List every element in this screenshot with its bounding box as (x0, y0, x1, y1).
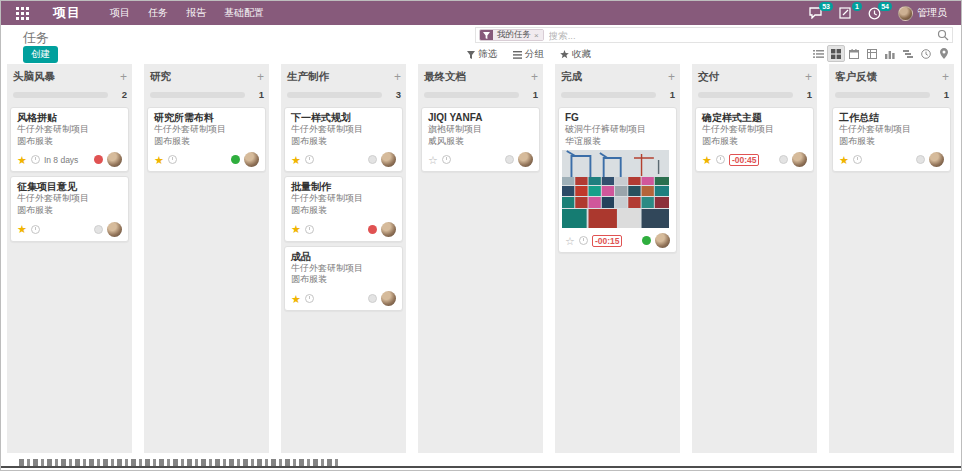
menu-configuration[interactable]: 基础配置 (224, 6, 264, 20)
menu-projects[interactable]: 项目 (110, 6, 130, 20)
activities-button[interactable]: 54 (868, 7, 881, 20)
assignee-avatar[interactable] (655, 233, 670, 248)
kanban-state-dot[interactable] (94, 225, 103, 234)
activity-clock-icon[interactable] (305, 294, 314, 303)
progress-bar[interactable] (424, 92, 519, 98)
add-card-button[interactable]: + (805, 72, 812, 82)
priority-star-icon[interactable]: ★ (291, 294, 301, 304)
card-partner: 威风服装 (428, 136, 533, 148)
add-card-button[interactable]: + (394, 72, 401, 82)
assignee-avatar[interactable] (792, 152, 807, 167)
kanban-card[interactable]: 征集项目意见牛仔外套研制项目圆布服装★ (10, 176, 129, 241)
view-map-button[interactable] (935, 45, 953, 62)
view-gantt-button[interactable] (899, 45, 917, 62)
view-calendar-button[interactable] (845, 45, 863, 62)
kanban-column-header: 客户反馈+ (829, 70, 954, 84)
kanban-card[interactable]: 批量制作牛仔外套研制项目圆布服装★ (284, 176, 403, 241)
search-facet[interactable]: 我的任务 × (479, 29, 544, 41)
assignee-avatar[interactable] (244, 152, 259, 167)
apps-menu-icon[interactable] (13, 6, 31, 20)
kanban-state-dot[interactable] (779, 155, 788, 164)
kanban-state-dot[interactable] (916, 155, 925, 164)
assignee-avatar[interactable] (381, 152, 396, 167)
progress-bar[interactable] (835, 92, 930, 98)
priority-star-icon[interactable]: ★ (839, 155, 849, 165)
assignee-avatar[interactable] (381, 291, 396, 306)
activity-clock-icon[interactable] (305, 225, 314, 234)
app-title[interactable]: 项目 (53, 4, 81, 22)
kanban-card[interactable]: 下一样式规划牛仔外套研制项目圆布服装★ (284, 107, 403, 172)
kanban-card[interactable]: FG破洞牛仔裤研制项目华谊服装 (558, 107, 677, 253)
kanban-card[interactable]: 研究所需布料牛仔外套研制项目圆布服装★ (147, 107, 266, 172)
kanban-column-count: 1 (670, 89, 675, 100)
kanban-card[interactable]: 工作总结牛仔外套研制项目圆布服装★ (832, 107, 951, 172)
search-input[interactable] (549, 30, 937, 41)
activity-clock-icon[interactable] (168, 155, 177, 164)
kanban-column: 完成+1FG破洞牛仔裤研制项目华谊服装 (555, 64, 680, 453)
kanban-state-dot[interactable] (368, 155, 377, 164)
view-graph-button[interactable] (881, 45, 899, 62)
add-card-button[interactable]: + (257, 72, 264, 82)
assignee-avatar[interactable] (929, 152, 944, 167)
priority-star-icon[interactable]: ☆ (565, 236, 575, 246)
assignee-avatar[interactable] (518, 152, 533, 167)
systray: 53 1 54 管理员 (809, 6, 953, 21)
kanban-card[interactable]: 风格拼贴牛仔外套研制项目圆布服装★In 8 days (10, 107, 129, 172)
add-card-button[interactable]: + (531, 72, 538, 82)
filters-button[interactable]: 筛选 (467, 48, 497, 61)
kanban-state-dot[interactable] (368, 294, 377, 303)
kanban-card[interactable]: 成品牛仔外套研制项目圆布服装★ (284, 246, 403, 311)
assignee-avatar[interactable] (107, 152, 122, 167)
priority-star-icon[interactable]: ★ (154, 155, 164, 165)
groupby-button[interactable]: 分组 (513, 48, 544, 61)
activity-clock-icon[interactable] (31, 225, 40, 234)
activity-clock-icon[interactable] (853, 155, 862, 164)
progress-bar[interactable] (561, 92, 656, 98)
view-pivot-button[interactable] (863, 45, 881, 62)
progress-bar[interactable] (698, 92, 793, 98)
assignee-avatar[interactable] (107, 222, 122, 237)
create-button[interactable]: 创建 (23, 46, 58, 63)
kanban-state-dot[interactable] (94, 155, 103, 164)
priority-star-icon[interactable]: ★ (291, 155, 301, 165)
messages-button[interactable]: 53 (809, 7, 822, 19)
search-bar[interactable]: 我的任务 × (475, 27, 953, 43)
kanban-state-dot[interactable] (231, 155, 240, 164)
priority-star-icon[interactable]: ★ (702, 155, 712, 165)
kanban-card[interactable]: JIQI YANFA旗袍研制项目威风服装☆ (421, 107, 540, 172)
add-card-button[interactable]: + (120, 72, 127, 82)
top-navbar: 项目 项目 任务 报告 基础配置 53 1 54 管理员 (1, 1, 961, 25)
notes-button[interactable]: 1 (839, 7, 851, 19)
add-card-button[interactable]: + (942, 72, 949, 82)
priority-star-icon[interactable]: ★ (17, 155, 27, 165)
progress-bar[interactable] (13, 92, 108, 98)
menu-reporting[interactable]: 报告 (186, 6, 206, 20)
user-menu[interactable]: 管理员 (898, 6, 947, 21)
activity-clock-icon[interactable] (31, 155, 40, 164)
control-panel-top: 任务 我的任务 × (1, 25, 961, 45)
menu-tasks[interactable]: 任务 (148, 6, 168, 20)
activity-clock-icon[interactable] (579, 236, 588, 245)
view-kanban-button[interactable] (827, 45, 845, 62)
kanban-column-count: 1 (259, 89, 264, 100)
kanban-state-dot[interactable] (505, 155, 514, 164)
facet-remove-icon[interactable]: × (534, 31, 539, 40)
search-icon[interactable] (937, 29, 949, 41)
activity-clock-icon[interactable] (305, 155, 314, 164)
priority-star-icon[interactable]: ★ (291, 224, 301, 234)
activity-clock-icon[interactable] (716, 155, 725, 164)
progress-bar[interactable] (287, 92, 382, 98)
kanban-card[interactable]: 确定样式主题牛仔外套研制项目圆布服装★-00:45 (695, 107, 814, 172)
kanban-state-dot[interactable] (642, 236, 651, 245)
favorites-button[interactable]: 收藏 (560, 48, 591, 61)
priority-star-icon[interactable]: ☆ (428, 155, 438, 165)
priority-star-icon[interactable]: ★ (17, 224, 27, 234)
activity-clock-icon[interactable] (442, 155, 451, 164)
progress-bar[interactable] (150, 92, 245, 98)
view-activity-button[interactable] (917, 45, 935, 62)
kanban-state-dot[interactable] (368, 225, 377, 234)
kanban-column: 客户反馈+1工作总结牛仔外套研制项目圆布服装★ (829, 64, 954, 453)
view-list-button[interactable] (809, 45, 827, 62)
add-card-button[interactable]: + (668, 72, 675, 82)
assignee-avatar[interactable] (381, 222, 396, 237)
